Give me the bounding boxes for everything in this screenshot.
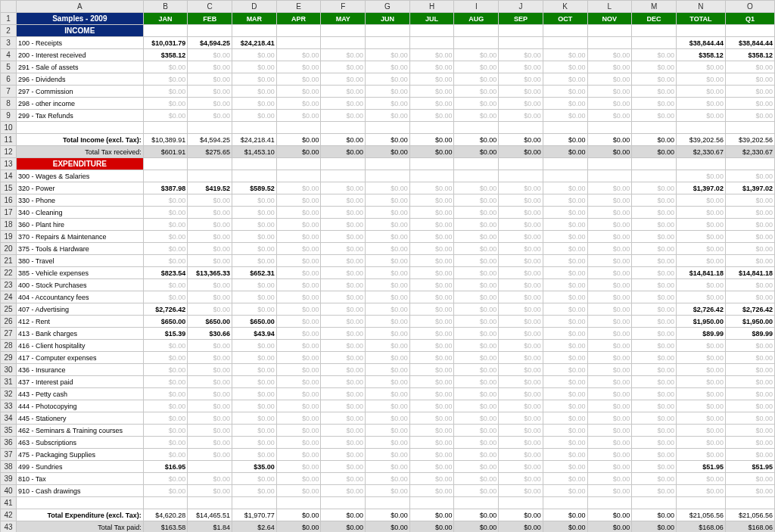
data-row: 25407 - Advertising$2,726.42$0.00$0.00$0… <box>1 303 775 316</box>
column-header[interactable]: K <box>543 1 587 13</box>
column-header-row: ABCDEFGHIJKLMNO <box>1 1 775 13</box>
row-label[interactable]: 330 - Phone <box>16 194 143 207</box>
title-cell[interactable]: Samples - 2009 <box>16 13 143 25</box>
row-label[interactable]: 404 - Accountancy fees <box>16 291 143 303</box>
data-row: 38499 - Sundries$16.95$35.00$0.00$0.00$0… <box>1 461 775 473</box>
column-header[interactable]: F <box>321 1 366 13</box>
month-header[interactable]: Q1 <box>725 13 774 25</box>
row-label[interactable]: 413 - Bank charges <box>16 328 143 340</box>
row-label[interactable]: 910 - Cash drawings <box>16 485 143 497</box>
data-row: 22385 - Vehicle expenses$823.54$13,365.3… <box>1 267 775 279</box>
month-header[interactable]: FEB <box>188 13 232 25</box>
column-header[interactable]: L <box>587 1 632 13</box>
data-row: 24404 - Accountancy fees$0.00$0.00$0.00$… <box>1 291 775 303</box>
row-label[interactable]: 416 - Client hospitality <box>16 340 143 352</box>
month-header[interactable]: JUN <box>366 13 410 25</box>
row-label[interactable]: 463 - Subscriptions <box>16 437 143 449</box>
data-row: 32443 - Petty cash$0.00$0.00$0.00$0.00$0… <box>1 388 775 400</box>
column-header[interactable]: C <box>188 1 232 13</box>
data-row: 36463 - Subscriptions$0.00$0.00$0.00$0.0… <box>1 437 775 449</box>
data-row: 40910 - Cash drawings$0.00$0.00$0.00$0.0… <box>1 485 775 497</box>
row-label[interactable]: 445 - Stationery <box>16 412 143 425</box>
row-label[interactable]: 200 - Interest received <box>16 49 143 61</box>
row-label[interactable]: 297 - Commission <box>16 86 143 98</box>
row-label[interactable]: 375 - Tools & Hardware <box>16 243 143 255</box>
row-label[interactable]: 298 - other income <box>16 98 143 110</box>
data-row: 14300 - Wages & Salaries$0.00$0.00 <box>1 170 775 182</box>
month-header[interactable]: AUG <box>454 13 499 25</box>
row-label[interactable]: 291 - Sale of assets <box>16 61 143 73</box>
total-tax-paid-row: 43Total Tax paid:$163.58$1.84$2.64$0.00$… <box>1 521 775 533</box>
month-header[interactable]: MAY <box>321 13 366 25</box>
row-label[interactable]: 444 - Photocopying <box>16 400 143 412</box>
row-label[interactable]: 810 - Tax <box>16 473 143 485</box>
data-row: 28416 - Client hospitality$0.00$0.00$0.0… <box>1 340 775 352</box>
column-header[interactable]: D <box>232 1 277 13</box>
column-header[interactable]: J <box>499 1 543 13</box>
row-label[interactable]: 299 - Tax Refunds <box>16 110 143 122</box>
month-header[interactable]: SEP <box>499 13 543 25</box>
data-row: 27413 - Bank charges$15.39$30.66$43.94$0… <box>1 328 775 340</box>
total-income-row: 11Total Income (excl. Tax):$10,389.91$4,… <box>1 134 775 146</box>
column-header[interactable]: I <box>454 1 499 13</box>
row-label[interactable]: 340 - Cleaning <box>16 207 143 219</box>
month-header[interactable]: JUL <box>409 13 454 25</box>
row-label[interactable]: 412 - Rent <box>16 316 143 328</box>
data-row: 19370 - Repairs & Maintenance$0.00$0.00$… <box>1 231 775 243</box>
column-header[interactable]: O <box>725 1 774 13</box>
data-row: 8298 - other income$0.00$0.00$0.00$0.00$… <box>1 98 775 110</box>
column-header[interactable]: H <box>409 1 454 13</box>
column-header[interactable]: E <box>276 1 321 13</box>
row-label[interactable]: 296 - Dividends <box>16 73 143 86</box>
month-header[interactable]: DEC <box>632 13 677 25</box>
row-label[interactable]: 462 - Seminars & Training courses <box>16 425 143 437</box>
row-label[interactable]: 100 - Receipts <box>16 37 143 49</box>
column-header[interactable]: M <box>632 1 677 13</box>
row-label[interactable]: 417 - Computer expenses <box>16 352 143 364</box>
column-header[interactable]: N <box>676 1 725 13</box>
column-header[interactable]: G <box>366 1 410 13</box>
row-label[interactable]: 407 - Advertising <box>16 303 143 316</box>
row-label[interactable]: 300 - Wages & Salaries <box>16 170 143 182</box>
data-row: 21380 - Travel$0.00$0.00$0.00$0.00$0.00$… <box>1 255 775 267</box>
data-row: 37475 - Packaging Supplies$0.00$0.00$0.0… <box>1 449 775 461</box>
data-row: 30436 - Insurance$0.00$0.00$0.00$0.00$0.… <box>1 364 775 376</box>
column-header[interactable]: B <box>143 1 188 13</box>
data-row: 33444 - Photocopying$0.00$0.00$0.00$0.00… <box>1 400 775 412</box>
month-header[interactable]: JAN <box>143 13 188 25</box>
month-header[interactable]: TOTAL <box>676 13 725 25</box>
data-row: 23400 - Stock Purchases$0.00$0.00$0.00$0… <box>1 279 775 291</box>
row-label[interactable]: 380 - Travel <box>16 255 143 267</box>
month-header[interactable]: MAR <box>232 13 277 25</box>
data-row: 17340 - Cleaning$0.00$0.00$0.00$0.00$0.0… <box>1 207 775 219</box>
month-header[interactable]: NOV <box>587 13 632 25</box>
column-header[interactable] <box>1 1 17 13</box>
row-label[interactable]: 385 - Vehicle expenses <box>16 267 143 279</box>
row-label[interactable]: 437 - Interest paid <box>16 376 143 388</box>
total-tax-received-row: 12Total Tax received:$601.91$275.65$1,45… <box>1 146 775 158</box>
row-label[interactable]: 499 - Sundries <box>16 461 143 473</box>
data-row: 35462 - Seminars & Training courses$0.00… <box>1 425 775 437</box>
data-row: 15320 - Power$387.98$419.52$589.52$0.00$… <box>1 182 775 194</box>
expenditure-section-header[interactable]: EXPENDITURE <box>16 158 143 170</box>
data-row: 9299 - Tax Refunds$0.00$0.00$0.00$0.00$0… <box>1 110 775 122</box>
data-row: 7297 - Commission$0.00$0.00$0.00$0.00$0.… <box>1 86 775 98</box>
row-label[interactable]: 360 - Plant hire <box>16 219 143 231</box>
row-label[interactable]: 320 - Power <box>16 182 143 194</box>
column-header[interactable]: A <box>16 1 143 13</box>
row-label[interactable]: 436 - Insurance <box>16 364 143 376</box>
income-section-header[interactable]: INCOME <box>16 25 143 37</box>
data-row: 39810 - Tax$0.00$0.00$0.00$0.00$0.00$0.0… <box>1 473 775 485</box>
row-label[interactable]: 475 - Packaging Supplies <box>16 449 143 461</box>
month-header[interactable]: APR <box>276 13 321 25</box>
data-row: 31437 - Interest paid$0.00$0.00$0.00$0.0… <box>1 376 775 388</box>
spreadsheet[interactable]: ABCDEFGHIJKLMNO1Samples - 2009JANFEBMARA… <box>0 0 775 532</box>
month-header[interactable]: OCT <box>543 13 587 25</box>
data-row: 34445 - Stationery$0.00$0.00$0.00$0.00$0… <box>1 412 775 425</box>
row-label[interactable]: 370 - Repairs & Maintenance <box>16 231 143 243</box>
row-label[interactable]: 400 - Stock Purchases <box>16 279 143 291</box>
data-row: 26412 - Rent$650.00$650.00$650.00$0.00$0… <box>1 316 775 328</box>
data-row: 29417 - Computer expenses$0.00$0.00$0.00… <box>1 352 775 364</box>
row-label[interactable]: 443 - Petty cash <box>16 388 143 400</box>
data-row: 5291 - Sale of assets$0.00$0.00$0.00$0.0… <box>1 61 775 73</box>
